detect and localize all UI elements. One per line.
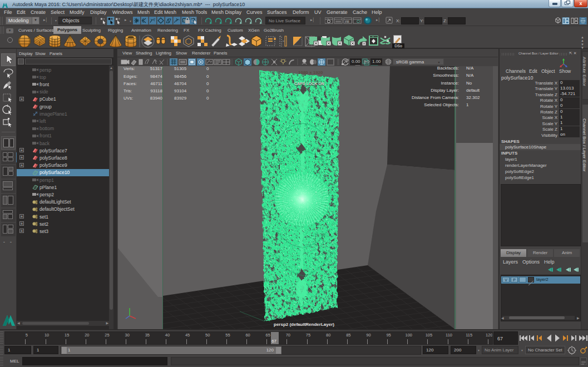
svg-text:FR: FR bbox=[345, 20, 349, 23]
